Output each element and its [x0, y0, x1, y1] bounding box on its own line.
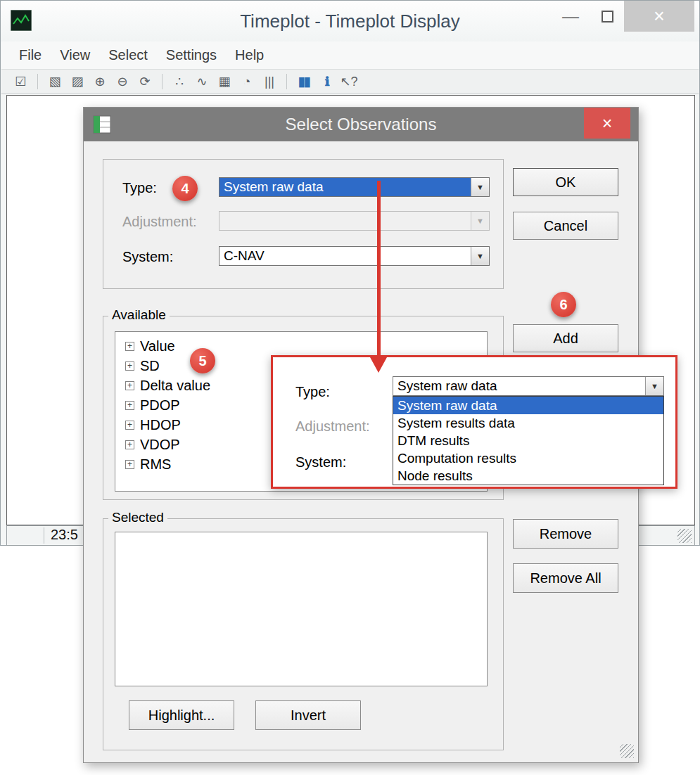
dropdown-option-computation-results[interactable]: Computation results — [393, 449, 663, 467]
line-plot-icon[interactable]: ∿ — [191, 72, 212, 91]
type-label: Type: — [122, 178, 157, 198]
minimize-button[interactable]: — — [557, 1, 584, 32]
add-button[interactable]: Add — [513, 324, 618, 352]
expand-icon[interactable]: + — [125, 440, 134, 449]
titlebar[interactable]: Timeplot - Timeplot Display — × — [1, 1, 699, 41]
menu-item-help[interactable]: Help — [226, 47, 273, 63]
dialog-titlebar[interactable]: Select Observations × — [84, 108, 638, 141]
available-label: Available — [108, 307, 170, 323]
adjustment-dropdown-value — [219, 212, 471, 230]
tree-item-label: PDOP — [140, 397, 180, 414]
dialog-close-button[interactable]: × — [584, 108, 630, 139]
inset-dropdown-list[interactable]: System raw data System results data DTM … — [393, 396, 664, 485]
pie-chart-icon[interactable]: ◔ — [236, 72, 257, 91]
tree-item-label: Value — [140, 338, 175, 354]
step-badge-6: 6 — [551, 292, 576, 317]
selected-label: Selected — [108, 510, 167, 525]
status-time: 23:5 — [51, 527, 78, 543]
inset-type-dropdown-value: System raw data — [393, 377, 645, 395]
type-dropdown-value: System raw data — [219, 178, 471, 196]
histogram-icon[interactable]: ||| — [259, 72, 280, 91]
dropdown-option-system-raw-data[interactable]: System raw data — [393, 397, 663, 414]
expand-icon[interactable]: + — [125, 401, 134, 410]
dropdown-option-system-results-data[interactable]: System results data — [393, 414, 663, 432]
dropdown-inset: Type: System raw data ▼ System raw data … — [271, 355, 677, 489]
annotation-arrow-head — [370, 357, 387, 373]
dropdown-arrow-icon[interactable]: ▼ — [645, 377, 663, 395]
close-button[interactable]: × — [624, 1, 694, 32]
info-icon[interactable]: ℹ — [316, 72, 337, 91]
tree-item-value[interactable]: + Value — [115, 336, 487, 356]
toolbar-separator — [37, 74, 38, 89]
cancel-button[interactable]: Cancel — [513, 212, 618, 240]
zoom-out-icon[interactable]: ⊖ — [112, 72, 133, 91]
dialog-resize-grip[interactable] — [620, 744, 634, 758]
refresh-icon[interactable]: ⟳ — [134, 72, 155, 91]
scatter-plot-icon[interactable]: ∴ — [169, 72, 190, 91]
adjustment-label: Adjustment: — [122, 212, 197, 231]
tree-item-label: Delta value — [140, 378, 210, 394]
grid-icon[interactable]: ▦ — [214, 72, 235, 91]
inset-adjustment-label: Adjustment: — [295, 416, 370, 436]
help-pointer-icon[interactable]: ↖? — [338, 72, 359, 91]
inset-system-label: System: — [295, 452, 346, 472]
invert-button[interactable]: Invert — [255, 700, 361, 730]
remove-button[interactable]: Remove — [513, 519, 618, 549]
menu-item-select[interactable]: Select — [99, 47, 157, 63]
step-badge-4: 4 — [172, 176, 198, 201]
maximize-button[interactable] — [594, 1, 621, 32]
dropdown-arrow-icon[interactable]: ▼ — [471, 247, 489, 265]
menu-item-file[interactable]: File — [10, 47, 51, 63]
maximize-icon — [602, 11, 613, 23]
expand-icon[interactable]: + — [125, 361, 134, 371]
statusbar-divider — [44, 527, 44, 544]
toolbar-separator — [162, 74, 163, 89]
tree-item-label: RMS — [140, 456, 171, 473]
select-plot-icon[interactable]: ▧ — [44, 72, 65, 91]
tree-item-label: HDOP — [140, 417, 181, 433]
expand-icon[interactable]: + — [125, 381, 134, 390]
toolbar-separator — [286, 74, 287, 89]
highlight-button[interactable]: Highlight... — [129, 700, 234, 730]
type-dropdown[interactable]: System raw data ▼ — [219, 177, 490, 197]
dropdown-option-dtm-results[interactable]: DTM results — [393, 432, 663, 449]
system-label: System: — [122, 247, 173, 267]
zoom-in-icon[interactable]: ⊕ — [89, 72, 110, 91]
menu-item-settings[interactable]: Settings — [157, 47, 226, 63]
selected-list[interactable] — [115, 532, 488, 686]
ok-button[interactable]: OK — [513, 168, 618, 196]
remove-all-button[interactable]: Remove All — [513, 563, 618, 593]
dropdown-arrow-icon[interactable]: ▼ — [471, 178, 489, 196]
system-dropdown-value: C-NAV — [219, 247, 471, 265]
menubar: File View Select Settings Help — [1, 41, 699, 70]
dialog-title: Select Observations — [84, 108, 638, 141]
adjustment-dropdown: ▼ — [219, 211, 490, 231]
window-resize-grip[interactable] — [677, 529, 692, 543]
inset-type-label: Type: — [295, 382, 330, 402]
inset-type-dropdown[interactable]: System raw data ▼ — [393, 376, 664, 396]
expand-icon[interactable]: + — [125, 460, 134, 469]
select-series-icon[interactable]: ▨ — [67, 72, 88, 91]
dropdown-arrow-icon: ▼ — [471, 212, 489, 230]
system-dropdown[interactable]: C-NAV ▼ — [219, 246, 490, 266]
dropdown-option-node-results[interactable]: Node results — [393, 467, 663, 485]
toolbar: ☑ ▧ ▨ ⊕ ⊖ ⟳ ∴ ∿ ▦ ◔ ||| ▮▮ ℹ ↖? — [1, 70, 699, 94]
screen: Timeplot - Timeplot Display — × File Vie… — [0, 0, 700, 775]
tree-item-label: VDOP — [140, 437, 180, 453]
annotation-arrow — [377, 181, 381, 360]
step-badge-5: 5 — [190, 348, 215, 373]
expand-icon[interactable]: + — [125, 421, 134, 430]
pause-icon[interactable]: ▮▮ — [293, 72, 314, 91]
tree-item-label: SD — [140, 358, 160, 374]
menu-item-view[interactable]: View — [51, 47, 99, 63]
expand-icon[interactable]: + — [125, 342, 134, 351]
confirm-icon[interactable]: ☑ — [10, 72, 31, 91]
